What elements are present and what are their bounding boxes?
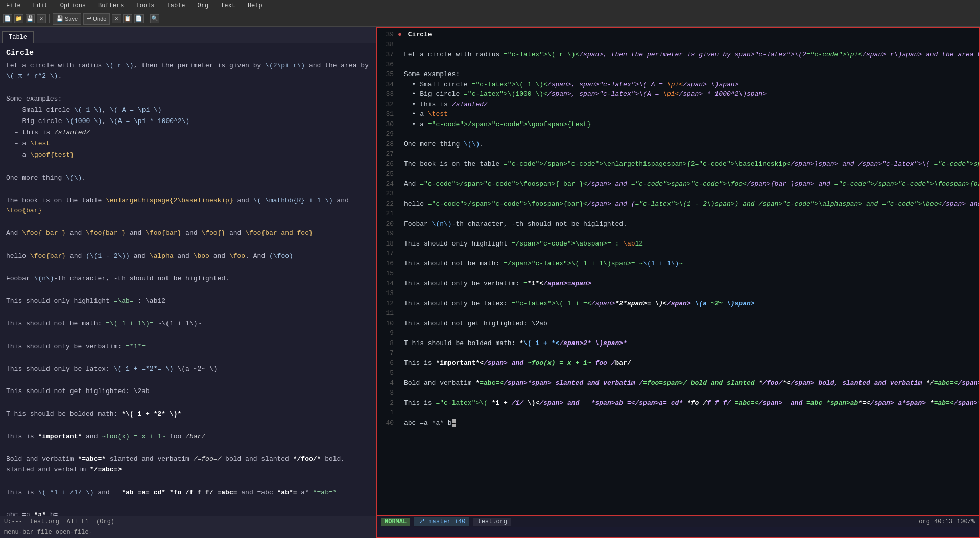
left-blank-9 (6, 330, 370, 340)
save-icon: 💾 (56, 15, 63, 22)
menu-bar: File Edit Options Buffers Tools Table Or… (0, 0, 980, 11)
line-bullet-2 (398, 398, 404, 408)
line-bullet-11 (398, 308, 404, 319)
menu-tools[interactable]: Tools (134, 1, 156, 10)
copy-button[interactable]: 📋 (123, 14, 132, 23)
line-number-31: 31 (377, 109, 398, 119)
left-blank-13 (6, 421, 370, 431)
close-buffer-button[interactable]: ✕ (37, 14, 46, 23)
left-list-4: – a \test (14, 139, 370, 149)
status-branch: ⎇ master +40 (414, 517, 469, 526)
menu-table[interactable]: Table (164, 1, 187, 10)
new-file-button[interactable]: 📄 (3, 14, 12, 23)
left-highlight: This should only highlight =\ab= : \ab12 (6, 296, 370, 306)
line-bullet-7 (398, 348, 404, 358)
line-bullet-8 (398, 338, 404, 349)
line-content-29 (404, 129, 979, 139)
line-number-27: 27 (377, 149, 398, 159)
left-blank-2 (6, 162, 370, 172)
open-file-button[interactable]: 📁 (14, 14, 23, 23)
left-blank-12 (6, 398, 370, 408)
code-line-16: 16 This should not be math: =/span>"c-la… (377, 259, 979, 269)
left-blank-4 (6, 217, 370, 227)
line-number-37: 37 (377, 50, 398, 60)
line-bullet-28 (398, 139, 404, 150)
status-mode-right: NORMAL (381, 518, 410, 526)
line-content-26: The book is on the table ="c-code">/span… (404, 159, 979, 169)
menu-options[interactable]: Options (58, 1, 88, 10)
save-button[interactable]: 💾 Save (53, 13, 81, 25)
tab-table[interactable]: Table (2, 31, 34, 43)
code-line-6: 6 This is *important*</span> and ~foo(x)… (377, 358, 979, 369)
line-bullet-16 (398, 259, 404, 269)
left-line-1: Let a circle with radius \( r \), then t… (6, 61, 370, 81)
bottom-area: U:--- test.org All L1 (Org) menu-bar fil… (0, 516, 980, 538)
search-button[interactable]: 🔍 (150, 14, 159, 23)
code-line-34: 34 • Small circle ="c-latex">\( 1 \)</sp… (377, 80, 979, 90)
line-number-24: 24 (377, 179, 398, 189)
left-blank-11 (6, 375, 370, 385)
save-file-button[interactable]: 💾 (26, 14, 35, 23)
menu-edit[interactable]: Edit (31, 1, 50, 10)
code-line-9: 9 (377, 328, 979, 338)
line-number-22: 22 (377, 199, 398, 209)
line-number-5: 5 (377, 368, 398, 378)
bottom-right: NORMAL ⎇ master +40 test.org org 40:13 1… (376, 516, 980, 538)
toolbar-sep-1 (49, 14, 50, 23)
line-number-12: 12 (377, 299, 398, 309)
minibuffer: menu-bar file open-file- (0, 527, 376, 538)
line-content-1 (404, 408, 979, 418)
left-blank-8 (6, 307, 370, 317)
code-line-5: 5 (377, 368, 979, 378)
left-blank-10 (6, 353, 370, 363)
menu-org[interactable]: Org (196, 1, 211, 10)
line-content-9 (404, 328, 979, 338)
code-line-18: 18 This should only highlight =/span>"c-… (377, 239, 979, 249)
kill-button[interactable]: ✕ (112, 14, 121, 23)
line-bullet-20 (398, 219, 404, 229)
line-bullet-21 (398, 209, 404, 219)
line-bullet-33 (398, 89, 404, 100)
line-number-25: 25 (377, 169, 398, 179)
code-line-31: 31 • a \test (377, 109, 979, 119)
line-content-30: • a ="c-code">/span>"c-code">\goofspan>{… (404, 119, 979, 130)
line-number-30: 30 (377, 119, 398, 130)
menu-help[interactable]: Help (246, 1, 265, 10)
line-bullet-13 (398, 288, 404, 299)
line-content-22: hello ="c-code">/span>"c-code">\foospan>… (404, 199, 979, 209)
line-number-32: 32 (377, 100, 398, 110)
line-bullet-1 (398, 408, 404, 418)
line-number-21: 21 (377, 209, 398, 219)
line-bullet-23 (398, 189, 404, 199)
line-number-34: 34 (377, 80, 398, 90)
code-line-39: 39● Circle (377, 30, 979, 40)
line-number-2: 2 (377, 398, 398, 408)
left-hello: hello \foo{bar} and (\(1 - 2\)) and \alp… (6, 251, 370, 261)
menu-buffers[interactable]: Buffers (96, 1, 126, 10)
line-number-40: 40 (377, 418, 398, 428)
line-bullet-26 (398, 159, 404, 169)
left-heading: Circle (6, 47, 370, 59)
left-verbatim: This should only be verbatim: =*1*= (6, 341, 370, 352)
left-and: And \foo{ bar } and \foo{bar } and \foo{… (6, 228, 370, 238)
tab-bar-left: Table (0, 27, 376, 43)
code-editor[interactable]: 39● Circle38 37 Let a circle with radius… (377, 28, 979, 515)
line-number-13: 13 (377, 288, 398, 299)
menu-text[interactable]: Text (219, 1, 237, 10)
right-pane[interactable]: 39● Circle38 37 Let a circle with radius… (376, 27, 980, 516)
undo-button[interactable]: ↩ Undo (83, 13, 110, 25)
line-content-12: This should only be latex: ="c-latex">\(… (404, 299, 979, 309)
code-line-19: 19 (377, 229, 979, 239)
line-number-10: 10 (377, 319, 398, 329)
line-number-39: 39 (377, 30, 398, 40)
line-number-38: 38 (377, 40, 398, 50)
status-bar-left: U:--- test.org All L1 (Org) (0, 516, 376, 527)
menu-file[interactable]: File (4, 1, 23, 10)
code-line-14: 14 This should only be verbatim: =*1*</s… (377, 279, 979, 289)
line-number-28: 28 (377, 139, 398, 150)
line-number-19: 19 (377, 229, 398, 239)
paste-button[interactable]: 📄 (134, 14, 144, 23)
left-content[interactable]: Circle Let a circle with radius \( r \),… (0, 43, 376, 516)
line-content-31: • a \test (404, 109, 979, 119)
code-line-22: 22 hello ="c-code">/span>"c-code">\foosp… (377, 199, 979, 209)
